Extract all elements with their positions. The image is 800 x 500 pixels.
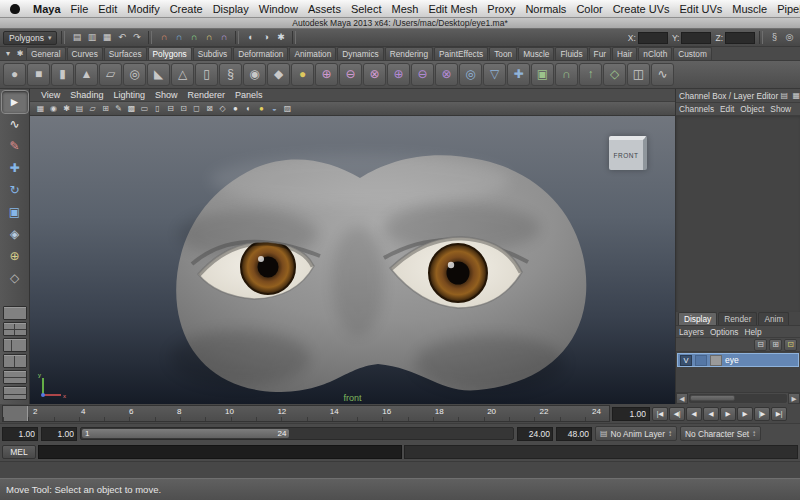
menu-assets[interactable]: Assets <box>303 0 346 18</box>
lasso-select-tool-button[interactable]: ∿ <box>2 113 28 135</box>
bridge-icon[interactable]: ∩ <box>555 63 578 86</box>
move-selected-to-layer-icon[interactable]: ⊟ <box>754 339 767 351</box>
append-polygon-icon[interactable]: ▣ <box>531 63 554 86</box>
menu-file[interactable]: File <box>66 0 94 18</box>
menu-maya[interactable]: Maya <box>28 0 66 18</box>
shelf-tab-muscle[interactable]: Muscle <box>518 47 554 60</box>
layout-two-panes-side-button[interactable] <box>3 354 27 368</box>
shelf-tab-curves[interactable]: Curves <box>67 47 103 60</box>
safe-action-icon[interactable]: ◻ <box>190 103 203 115</box>
viewport-menu-renderer[interactable]: Renderer <box>182 90 230 100</box>
animation-start-input[interactable] <box>41 427 77 441</box>
poly-platonic-icon[interactable]: ◆ <box>267 63 290 86</box>
poly-plane-icon[interactable]: ▱ <box>99 63 122 86</box>
menu-color[interactable]: Color <box>571 0 607 18</box>
crease-tool-icon[interactable]: ∿ <box>651 63 674 86</box>
snap-to-curve-icon[interactable]: ∩ <box>171 30 186 45</box>
viewport-menu-panels[interactable]: Panels <box>230 90 268 100</box>
snap-to-surface-icon[interactable]: ∩ <box>201 30 216 45</box>
universal-manipulator-button[interactable]: ◈ <box>2 223 28 245</box>
viewport-menu-view[interactable]: View <box>36 90 65 100</box>
menu-mesh[interactable]: Mesh <box>386 0 423 18</box>
menu-pipeline[interactable]: Pipeline <box>772 0 800 18</box>
poly-soccer-ball-icon[interactable]: ◉ <box>243 63 266 86</box>
layout-persp-outliner-button[interactable] <box>3 338 27 352</box>
command-response-field[interactable] <box>404 445 798 459</box>
shelf-tab-fur[interactable]: Fur <box>589 47 611 60</box>
scroll-left-icon[interactable]: ◀ <box>676 393 688 404</box>
shadows-icon[interactable]: ◒ <box>268 103 281 115</box>
viewport-menu-shading[interactable]: Shading <box>65 90 108 100</box>
z-coordinate-input[interactable] <box>725 32 755 44</box>
layer-tab-render[interactable]: Render <box>718 312 757 325</box>
shelf-tab-dynamics[interactable]: Dynamics <box>337 47 383 60</box>
paint-select-tool-button[interactable]: ✎ <box>2 135 28 157</box>
select-tool-button[interactable]: ► <box>2 91 28 113</box>
shelf-tab-fluids[interactable]: Fluids <box>555 47 587 60</box>
quick-selection-icon[interactable]: ◎ <box>782 30 797 45</box>
shelf-tab-subdivs[interactable]: Subdivs <box>193 47 233 60</box>
layer-tab-display[interactable]: Display <box>678 312 717 325</box>
poly-sphere-icon[interactable]: ● <box>3 63 26 86</box>
shelf-tab-animation[interactable]: Animation <box>289 47 336 60</box>
layer-row-eye[interactable]: V eye <box>677 353 799 367</box>
redo-icon[interactable]: ↷ <box>129 30 144 45</box>
xray-icon[interactable]: ▨ <box>281 103 294 115</box>
wireframe-icon[interactable]: ◇ <box>216 103 229 115</box>
poly-prism-icon[interactable]: ◣ <box>147 63 170 86</box>
smooth-shade-icon[interactable]: ● <box>229 103 242 115</box>
timeline-track[interactable]: 24681012141618202224 <box>2 405 610 422</box>
channel-box-menu-channels[interactable]: Channels <box>676 104 717 114</box>
y-coordinate-input[interactable] <box>681 32 711 44</box>
shelf-tab-polygons[interactable]: Polygons <box>148 47 192 60</box>
layer-menu-help[interactable]: Help <box>742 327 765 337</box>
layer-editor-toggle-icon[interactable]: ▦ <box>790 91 800 100</box>
bookmarks-icon[interactable]: ▤ <box>73 103 86 115</box>
layout-four-view-button[interactable] <box>3 322 27 336</box>
save-scene-icon[interactable]: ▦ <box>99 30 114 45</box>
bevel-icon[interactable]: ◇ <box>603 63 626 86</box>
range-slider-track[interactable]: 1 24 <box>80 427 514 440</box>
snap-to-grid-icon[interactable]: ∩ <box>156 30 171 45</box>
shelf-edit-icon[interactable]: ✱ <box>14 48 26 60</box>
grease-pencil-icon[interactable]: ✎ <box>112 103 125 115</box>
render-current-frame-icon[interactable]: ◐ <box>243 30 258 45</box>
mirror-geometry-icon[interactable]: ◫ <box>627 63 650 86</box>
menu-select[interactable]: Select <box>346 0 387 18</box>
new-scene-icon[interactable]: ▤ <box>69 30 84 45</box>
poly-cylinder-icon[interactable]: ▮ <box>51 63 74 86</box>
shelf-tab-ncloth[interactable]: nCloth <box>638 47 672 60</box>
select-camera-icon[interactable]: ▦ <box>34 103 47 115</box>
menu-normals[interactable]: Normals <box>520 0 571 18</box>
shelf-tab-custom[interactable]: Custom <box>673 47 712 60</box>
menu-muscle[interactable]: Muscle <box>727 0 772 18</box>
shelf-tab-painteffects[interactable]: PaintEffects <box>434 47 488 60</box>
go-to-end-button[interactable]: ▶| <box>771 407 787 421</box>
mel-label-button[interactable]: MEL <box>2 445 36 459</box>
construction-history-icon[interactable]: § <box>767 30 782 45</box>
menu-modify[interactable]: Modify <box>122 0 164 18</box>
snap-to-point-icon[interactable]: ∩ <box>186 30 201 45</box>
safe-title-icon[interactable]: ⊠ <box>203 103 216 115</box>
poly-cube-icon[interactable]: ■ <box>27 63 50 86</box>
apple-menu-icon[interactable] <box>10 4 20 14</box>
layout-single-perspective-button[interactable] <box>3 306 27 320</box>
two-d-pan-zoom-icon[interactable]: ⊞ <box>99 103 112 115</box>
extrude-icon[interactable]: ↑ <box>579 63 602 86</box>
scrollbar-track[interactable] <box>689 394 787 403</box>
playback-start-input[interactable] <box>2 427 38 441</box>
anim-layer-dropdown[interactable]: ▤ No Anim Layer ↕ <box>595 426 677 441</box>
range-slider-handle[interactable]: 1 24 <box>82 429 289 438</box>
poly-helix-icon[interactable]: § <box>219 63 242 86</box>
poly-pyramid-icon[interactable]: △ <box>171 63 194 86</box>
scale-tool-button[interactable]: ▣ <box>2 201 28 223</box>
shelf-tab-deformation[interactable]: Deformation <box>233 47 288 60</box>
gate-mask-icon[interactable]: ⊟ <box>164 103 177 115</box>
textured-icon[interactable]: ◐ <box>242 103 255 115</box>
reduce-icon[interactable]: ▽ <box>483 63 506 86</box>
combine-icon[interactable]: ⊕ <box>315 63 338 86</box>
undo-icon[interactable]: ↶ <box>114 30 129 45</box>
play-backwards-button[interactable]: ◀ <box>703 407 719 421</box>
poly-torus-icon[interactable]: ◎ <box>123 63 146 86</box>
menu-proxy[interactable]: Proxy <box>482 0 520 18</box>
